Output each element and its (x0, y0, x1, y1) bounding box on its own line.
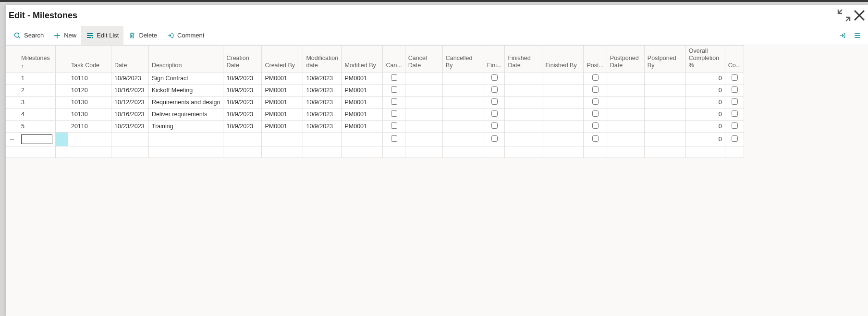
edit-list-button[interactable]: Edit List (81, 26, 123, 45)
col-finished-by[interactable]: Finished By (542, 46, 584, 73)
cell-finished-by[interactable] (542, 85, 584, 97)
col-cancel-date[interactable]: Cancel Date (405, 46, 442, 73)
cell-empty[interactable] (542, 133, 584, 146)
cell-cancel-date[interactable] (405, 121, 442, 133)
cell-blank[interactable] (56, 133, 68, 146)
cell-finished-date[interactable] (505, 85, 542, 97)
cell-postponed-date[interactable] (607, 97, 644, 109)
cell-postponed-date[interactable] (607, 121, 644, 133)
col-date[interactable]: Date (111, 46, 149, 73)
cell-date[interactable]: 10/16/2023 (111, 109, 149, 121)
cell-milestone[interactable]: 5 (18, 121, 56, 133)
cell-can-checkbox[interactable] (391, 122, 397, 129)
cell-can-checkbox[interactable] (391, 86, 397, 93)
cell-cancel-date[interactable] (405, 85, 442, 97)
col-creation-date[interactable]: Creation Date (223, 46, 262, 73)
cell-post-checkbox[interactable] (592, 122, 599, 129)
cell-can-checkbox[interactable] (391, 110, 397, 117)
cell-can-checkbox[interactable] (391, 74, 397, 81)
cell-postponed-by[interactable] (644, 97, 685, 109)
cell-co-checkbox[interactable] (732, 98, 738, 105)
cell-cancelled-by[interactable] (442, 85, 484, 97)
cell-description[interactable]: Sign Contract (149, 73, 223, 85)
cell-empty[interactable] (111, 133, 149, 146)
cell-description[interactable]: Training (149, 121, 223, 133)
cell-finished-date[interactable] (505, 109, 542, 121)
cell-modified-by[interactable]: PM0001 (342, 73, 383, 85)
cell-description[interactable]: Deliver requirements (149, 109, 223, 121)
cell-post-checkbox[interactable] (592, 135, 599, 142)
cell-created-by[interactable]: PM0001 (262, 73, 303, 85)
cell-modification-date[interactable]: 10/9/2023 (303, 121, 342, 133)
cell-empty[interactable] (342, 133, 383, 146)
col-milestones[interactable]: Milestones↑ (18, 46, 56, 73)
cell-modification-date[interactable]: 10/9/2023 (303, 85, 342, 97)
cell-fini-checkbox[interactable] (491, 122, 498, 129)
cell-postponed-by[interactable] (644, 85, 685, 97)
cell-modification-date[interactable]: 10/9/2023 (303, 97, 342, 109)
cell-task-code[interactable]: 20110 (68, 121, 111, 133)
table-row[interactable]: 11011010/9/2023Sign Contract10/9/2023PM0… (6, 73, 744, 85)
col-finished-date[interactable]: Finished Date (505, 46, 542, 73)
cell-postponed-date[interactable] (607, 85, 644, 97)
milestone-input[interactable] (21, 134, 52, 144)
cell-task-code[interactable]: 10130 (68, 97, 111, 109)
cell-completion[interactable]: 0 (685, 73, 725, 85)
cell-fini-checkbox[interactable] (491, 135, 498, 142)
cell-created-by[interactable]: PM0001 (262, 109, 303, 121)
table-row[interactable]: 41013010/16/2023Deliver requirements10/9… (6, 109, 744, 121)
cell-completion[interactable]: 0 (685, 133, 725, 146)
cell-postponed-by[interactable] (644, 109, 685, 121)
cell-finished-date[interactable] (505, 121, 542, 133)
cell-modified-by[interactable]: PM0001 (342, 109, 383, 121)
col-post[interactable]: Post... (584, 46, 607, 73)
cell-finished-date[interactable] (505, 97, 542, 109)
cell-modified-by[interactable]: PM0001 (342, 85, 383, 97)
table-container[interactable]: Milestones↑ Task Code Date Description C… (6, 45, 868, 316)
cell-modified-by[interactable]: PM0001 (342, 121, 383, 133)
cell-created-by[interactable]: PM0001 (262, 85, 303, 97)
cell-creation-date[interactable]: 10/9/2023 (223, 121, 262, 133)
cell-modification-date[interactable]: 10/9/2023 (303, 109, 342, 121)
cell-empty[interactable] (405, 133, 442, 146)
cell-completion[interactable]: 0 (685, 109, 725, 121)
table-row[interactable]: 21012010/16/2023Kickoff Meeting10/9/2023… (6, 85, 744, 97)
cell-milestone[interactable]: 3 (18, 97, 56, 109)
cell-co-checkbox[interactable] (732, 74, 738, 81)
share-button[interactable] (834, 28, 850, 43)
cell-empty[interactable] (149, 133, 223, 146)
table-row[interactable]: 31013010/12/2023Requirements and design1… (6, 97, 744, 109)
cell-task-code[interactable]: 10110 (68, 73, 111, 85)
cell-fini-checkbox[interactable] (491, 98, 498, 105)
cell-empty[interactable] (607, 133, 644, 146)
cell-milestone[interactable]: 4 (18, 109, 56, 121)
cell-description[interactable]: Kickoff Meeting (149, 85, 223, 97)
col-created-by[interactable]: Created By (262, 46, 303, 73)
search-button[interactable]: Search (9, 26, 49, 45)
cell-date[interactable]: 10/12/2023 (111, 97, 149, 109)
cell-can-checkbox[interactable] (391, 98, 397, 105)
col-task-code[interactable]: Task Code (68, 46, 111, 73)
minimize-button[interactable] (836, 8, 852, 23)
cell-creation-date[interactable]: 10/9/2023 (223, 85, 262, 97)
cell-finished-by[interactable] (542, 121, 584, 133)
cell-cancelled-by[interactable] (442, 97, 484, 109)
cell-cancel-date[interactable] (405, 109, 442, 121)
col-modified-by[interactable]: Modified By (342, 46, 383, 73)
col-postponed-date[interactable]: Postponed Date (607, 46, 644, 73)
cell-finished-date[interactable] (505, 73, 542, 85)
col-completion[interactable]: Overall Completion % (685, 46, 725, 73)
col-cancelled-by[interactable]: Cancelled By (442, 46, 484, 73)
cell-postponed-by[interactable] (644, 121, 685, 133)
cell-empty[interactable] (644, 133, 685, 146)
cell-empty[interactable] (505, 133, 542, 146)
cell-description[interactable]: Requirements and design (149, 97, 223, 109)
cell-task-code[interactable]: 10120 (68, 85, 111, 97)
cell-empty[interactable] (262, 133, 303, 146)
close-button[interactable] (852, 8, 867, 23)
table-row[interactable]: 52011010/23/2023Training10/9/2023PM00011… (6, 121, 744, 133)
cell-creation-date[interactable]: 10/9/2023 (223, 97, 262, 109)
cell-finished-by[interactable] (542, 109, 584, 121)
cell-empty[interactable] (68, 133, 111, 146)
col-modification-date[interactable]: Modification date (303, 46, 342, 73)
